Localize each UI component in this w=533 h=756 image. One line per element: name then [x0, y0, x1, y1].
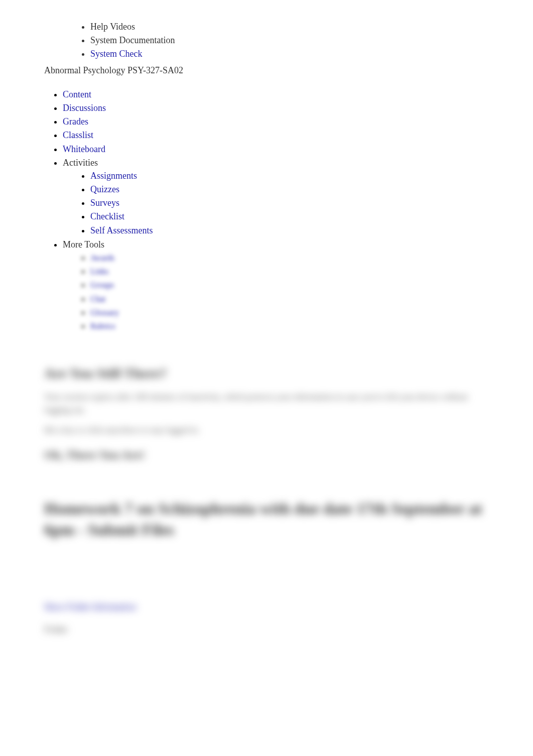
nav-item-more-tools: More Tools Awards Links Groups Chat Glos… [63, 238, 533, 333]
blurred-session-para2: Hit a key or click anywhere to stay logg… [44, 424, 489, 437]
sub-item-more-3: Chat [90, 292, 533, 306]
blurred-session-para1: Your session expires after 180 minutes o… [44, 391, 489, 416]
blurred-homework-heading: Homework 7 on Schizophrenia with due dat… [44, 498, 489, 540]
checklist-link[interactable]: Checklist [90, 211, 124, 221]
whiteboard-link[interactable]: Whiteboard [63, 144, 105, 154]
more-tools-link-4[interactable]: Glossary [90, 308, 119, 317]
nav-item-discussions: Discussions [63, 101, 533, 115]
more-tools-link-5[interactable]: Rubrics [90, 322, 115, 330]
more-tools-sublist: Awards Links Groups Chat Glossary Rubric… [90, 251, 533, 333]
nav-item-classlist: Classlist [63, 129, 533, 142]
self-assessments-link[interactable]: Self Assessments [90, 225, 153, 235]
more-tools-label: More Tools [63, 239, 104, 249]
blurred-there-heading: Oh, There You Are! [44, 447, 489, 464]
blurred-folder-link[interactable]: Show Folder Information [44, 601, 489, 613]
discussions-link[interactable]: Discussions [63, 103, 106, 113]
help-item-docs: System Documentation [90, 34, 533, 47]
blurred-content: Are You Still There? Your session expire… [44, 363, 489, 636]
activities-sublist: Assignments Quizzes Surveys Checklist Se… [90, 169, 533, 237]
sub-item-assignments: Assignments [90, 169, 533, 183]
nav-list: Content Discussions Grades Classlist Whi… [63, 88, 533, 333]
blurred-folder-label: Folder [44, 623, 489, 636]
nav-item-grades: Grades [63, 115, 533, 129]
activities-label: Activities [63, 158, 98, 168]
more-tools-link-1[interactable]: Links [90, 267, 108, 276]
more-tools-link-2[interactable]: Groups [90, 281, 114, 289]
sub-item-quizzes: Quizzes [90, 183, 533, 196]
grades-link[interactable]: Grades [63, 116, 88, 127]
system-documentation-label: System Documentation [90, 35, 175, 45]
help-list: Help Videos System Documentation System … [90, 20, 533, 61]
assignments-link[interactable]: Assignments [90, 171, 137, 181]
sub-item-more-1: Links [90, 265, 533, 278]
system-check-link[interactable]: System Check [90, 49, 143, 59]
help-videos-label: Help Videos [90, 22, 135, 32]
sub-item-more-0: Awards [90, 251, 533, 265]
nav-item-whiteboard: Whiteboard [63, 143, 533, 156]
help-item-videos: Help Videos [90, 20, 533, 34]
more-tools-link-0[interactable]: Awards [90, 254, 114, 262]
nav-item-activities: Activities Assignments Quizzes Surveys C… [63, 156, 533, 238]
sub-item-checklist: Checklist [90, 210, 533, 223]
sub-item-surveys: Surveys [90, 196, 533, 210]
classlist-link[interactable]: Classlist [63, 130, 93, 140]
surveys-link[interactable]: Surveys [90, 198, 119, 208]
sub-item-self-assessments: Self Assessments [90, 224, 533, 237]
course-title: Abnormal Psychology PSY-327-SA02 [44, 63, 533, 78]
blurred-session-heading: Are You Still There? [44, 363, 489, 383]
quizzes-link[interactable]: Quizzes [90, 184, 119, 194]
help-item-check: System Check [90, 47, 533, 61]
sub-item-more-2: Groups [90, 278, 533, 292]
sub-item-more-5: Rubrics [90, 319, 533, 333]
sub-item-more-4: Glossary [90, 306, 533, 319]
nav-item-content: Content [63, 88, 533, 101]
more-tools-link-3[interactable]: Chat [90, 295, 105, 303]
content-link[interactable]: Content [63, 89, 91, 99]
